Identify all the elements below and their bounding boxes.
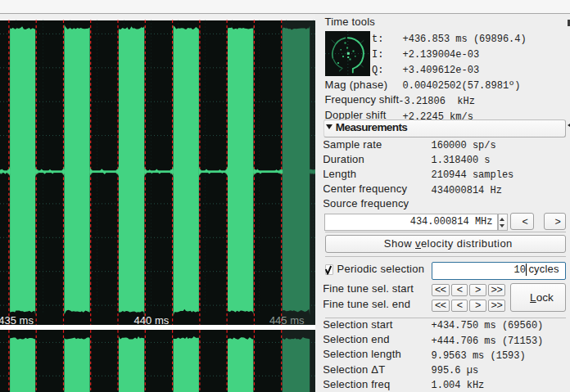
svg-text:445 ms: 445 ms <box>269 314 305 327</box>
svg-text:435 ms: 435 ms <box>0 314 34 327</box>
svg-text:440 ms: 440 ms <box>134 314 170 327</box>
